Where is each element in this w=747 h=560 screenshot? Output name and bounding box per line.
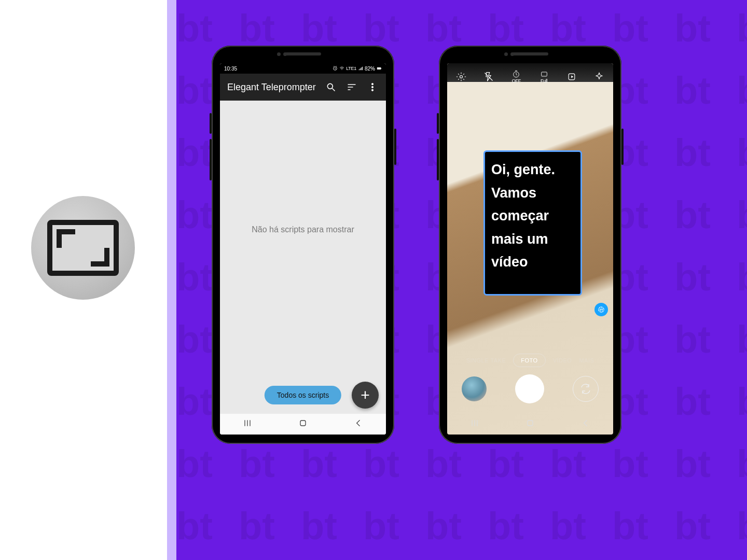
back-icon [580, 418, 591, 428]
gear-icon [456, 72, 466, 82]
scene-optimizer-button[interactable] [594, 303, 608, 316]
app-bar: Elegant Teleprompter [220, 74, 386, 101]
home-icon [298, 418, 308, 428]
motion-photo-icon [566, 72, 577, 82]
phone-sensor [283, 52, 287, 56]
flash-off-icon [483, 72, 494, 82]
nav-back-button[interactable] [353, 418, 364, 430]
status-time: 10:35 [224, 66, 237, 72]
camera-viewfinder[interactable]: OFF Full Oi, gente. Vamos começar mais [447, 63, 613, 435]
phone-sensor [504, 52, 508, 56]
search-button[interactable] [321, 77, 341, 97]
power-button[interactable] [394, 129, 396, 165]
alarm-icon [333, 66, 338, 71]
phone-sensor [277, 52, 281, 56]
volume-down-button[interactable] [437, 139, 439, 180]
nav-recents-button[interactable] [242, 418, 253, 430]
flash-button[interactable] [482, 70, 495, 83]
android-nav-bar [447, 414, 613, 435]
svg-marker-18 [571, 76, 573, 78]
app-icon-aspect-ratio [31, 196, 135, 300]
gallery-thumbnail-button[interactable] [462, 376, 487, 401]
volume-down-button[interactable] [210, 139, 212, 180]
timer-button[interactable]: OFF [509, 70, 523, 83]
volume-up-button[interactable] [210, 113, 212, 134]
empty-state-message: Não há scripts para mostrar [220, 225, 386, 234]
svg-rect-16 [541, 72, 547, 76]
scripts-list-body: Não há scripts para mostrar Todos os scr… [220, 101, 386, 414]
phone-sensor [510, 52, 514, 56]
left-column [0, 0, 167, 560]
power-button[interactable] [621, 129, 624, 165]
svg-point-8 [371, 89, 373, 91]
phone-mockup-camera: OFF Full Oi, gente. Vamos começar mais [439, 46, 621, 444]
sort-icon [347, 82, 357, 92]
status-bar: 10:35 LTE1 82% [220, 63, 386, 74]
wifi-icon [339, 66, 344, 71]
svg-rect-12 [300, 421, 306, 426]
purple-panel: bt 10:35 LTE1 [176, 0, 747, 560]
android-nav-bar [220, 414, 386, 435]
svg-point-4 [327, 83, 333, 89]
recents-icon [469, 418, 480, 428]
mode-mais[interactable]: MAIS [579, 357, 594, 363]
svg-point-19 [599, 307, 604, 313]
switch-camera-icon [579, 383, 592, 395]
camera-settings-button[interactable] [454, 70, 468, 83]
shutter-button[interactable] [515, 374, 544, 403]
phone-speaker [512, 52, 548, 55]
phone-mockup-teleprompter: 10:35 LTE1 82% Elegant Teleprompter [212, 46, 394, 444]
screen: 10:35 LTE1 82% Elegant Teleprompter [220, 63, 386, 435]
camera-top-controls: OFF Full [447, 66, 613, 87]
overflow-menu-button[interactable] [362, 77, 383, 97]
more-vert-icon [367, 82, 378, 92]
recents-icon [242, 418, 253, 428]
ratio-full-label: Full [541, 78, 547, 83]
sparkle-icon [594, 72, 604, 82]
back-icon [353, 418, 364, 428]
teleprompter-overlay[interactable]: Oi, gente. Vamos começar mais um vídeo [483, 150, 582, 296]
signal-icon [358, 66, 363, 71]
svg-point-6 [371, 83, 373, 85]
status-right: LTE1 82% [333, 66, 382, 72]
aperture-icon [598, 306, 605, 313]
aspect-ratio-icon [47, 220, 119, 276]
battery-icon [377, 66, 382, 71]
nav-home-button[interactable] [525, 418, 535, 430]
svg-rect-3 [381, 68, 381, 69]
shutter-row [447, 371, 613, 407]
mode-single-take[interactable]: SINGLE TAKE [466, 357, 506, 363]
status-network: LTE1 [346, 66, 356, 71]
app-title: Elegant Teleprompter [227, 82, 321, 93]
timer-icon [512, 70, 520, 78]
filters-button[interactable] [592, 70, 606, 83]
svg-point-7 [371, 86, 373, 88]
aspect-ratio-button[interactable]: Full [537, 70, 551, 83]
vertical-divider [167, 0, 176, 560]
svg-rect-2 [377, 67, 381, 69]
svg-line-5 [333, 89, 335, 91]
teleprompter-text: Oi, gente. Vamos começar mais um vídeo [491, 158, 574, 274]
all-scripts-chip[interactable]: Todos os scripts [265, 386, 341, 404]
nav-home-button[interactable] [298, 418, 308, 430]
switch-camera-button[interactable] [573, 376, 599, 402]
add-script-fab[interactable]: + [352, 382, 379, 409]
phone-speaker [285, 52, 321, 55]
volume-up-button[interactable] [437, 113, 439, 134]
status-battery: 82% [365, 66, 375, 72]
home-icon [525, 418, 535, 428]
ratio-icon [540, 70, 548, 78]
mode-foto[interactable]: FOTO [513, 354, 545, 367]
stage: bt 10:35 LTE1 [0, 0, 747, 560]
timer-off-label: OFF [512, 78, 521, 83]
sort-button[interactable] [341, 77, 362, 97]
svg-rect-23 [528, 421, 533, 426]
nav-back-button[interactable] [580, 418, 591, 430]
nav-recents-button[interactable] [469, 418, 480, 430]
mode-video[interactable]: VÍDEO [553, 357, 572, 363]
svg-point-13 [460, 76, 462, 78]
motion-photo-button[interactable] [565, 70, 578, 83]
search-icon [326, 82, 336, 92]
camera-screen: OFF Full Oi, gente. Vamos começar mais [447, 63, 613, 435]
camera-mode-selector[interactable]: SINGLE TAKE FOTO VÍDEO MAIS [447, 354, 613, 367]
